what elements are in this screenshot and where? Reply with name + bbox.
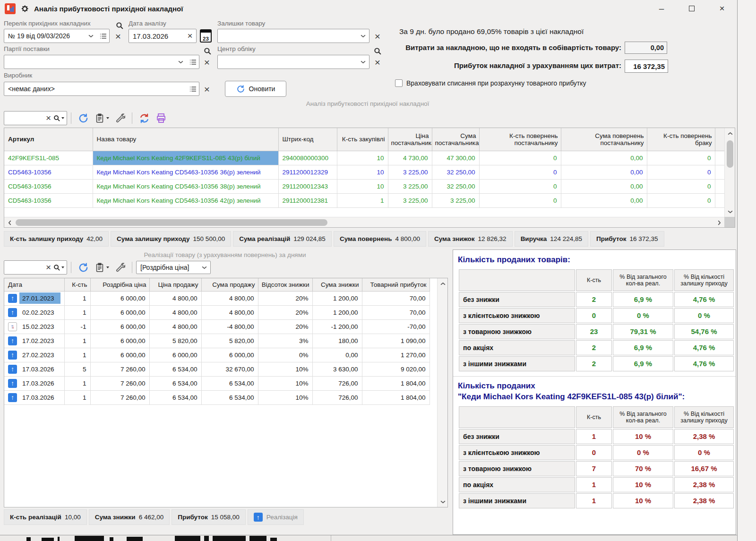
clear-stock-icon[interactable]: ×	[372, 31, 383, 41]
cell-purchase-qty: 10	[337, 151, 388, 165]
calendar-button[interactable]: 23	[200, 29, 212, 43]
manufacturer-list-icon[interactable]	[187, 82, 199, 95]
cell-qty: 1	[64, 291, 90, 305]
main-table-vscrollbar[interactable]	[724, 128, 735, 217]
col-supplier-price[interactable]: Ціна постачальника	[388, 128, 432, 151]
cell-profit: 1 804,00	[362, 376, 430, 390]
cell-profit: 1 090,00	[362, 334, 430, 348]
clear-center-icon[interactable]: ×	[372, 57, 383, 67]
analysis-date-input[interactable]: 17.03.2026 ×	[129, 29, 197, 43]
breakdown-row: без знижки 1 10 % 2,38 %	[459, 429, 734, 444]
col-profit[interactable]: Товарний прибуток	[362, 278, 430, 291]
sales-row[interactable]: 17.02.2023 1 6 000,00 5 820,00 5 820,00 …	[4, 334, 430, 348]
col-qty[interactable]: К-сть	[64, 278, 90, 291]
refresh-data-button[interactable]	[136, 113, 153, 124]
col-return-qty[interactable]: К-сть повернень постачальнику	[479, 128, 561, 151]
refresh-grid-button[interactable]	[75, 262, 92, 273]
settings-button[interactable]	[112, 262, 128, 273]
report-button[interactable]	[92, 262, 112, 273]
scroll-down-icon[interactable]	[438, 498, 448, 506]
sales-row[interactable]: 17.03.2026 5 7 260,00 6 534,00 32 670,00…	[4, 362, 430, 376]
col-discount-pct[interactable]: Відсоток знижки	[258, 278, 312, 291]
col-article[interactable]: Артикул	[4, 128, 93, 151]
col-barcode[interactable]: Штрих-код	[278, 128, 337, 151]
clear-invoice-icon[interactable]: ×	[113, 31, 123, 41]
invoice-search-icon[interactable]	[115, 21, 124, 30]
col-sale-price[interactable]: Ціна продажу	[149, 278, 201, 291]
search-options-icon[interactable]	[52, 115, 67, 122]
cell-profit: -70,00	[362, 319, 430, 334]
col-return-sum[interactable]: Сума повернень постачальнику	[561, 128, 647, 151]
writeoff-checkbox[interactable]	[395, 79, 403, 87]
cell-qty: 1	[64, 348, 90, 362]
scroll-up-icon[interactable]	[438, 279, 448, 288]
print-button[interactable]	[153, 112, 170, 124]
cell-label: з товарною знижкою	[459, 324, 575, 339]
invoice-list-combobox[interactable]: № 19 від 09/03/2026	[4, 29, 110, 43]
refresh-button[interactable]: Оновити	[225, 81, 286, 97]
clear-batch-icon[interactable]: ×	[202, 57, 212, 67]
col-sale-sum[interactable]: Сума продажу	[201, 278, 258, 291]
search-options-icon[interactable]	[52, 264, 67, 271]
cell-pct-real: 6,9 %	[613, 356, 673, 371]
sales-row[interactable]: 17.03.2026 1 7 260,00 6 534,00 6 534,00 …	[4, 376, 430, 390]
table-row[interactable]: CD5463-10356 Кеди Michael Kors Keating C…	[4, 179, 724, 193]
clear-search-icon[interactable]: ×	[44, 262, 52, 273]
scroll-up-icon[interactable]	[725, 129, 735, 137]
table-row[interactable]: CD5463-10356 Кеди Michael Kors Keating C…	[4, 193, 724, 207]
chevron-down-icon[interactable]	[85, 29, 97, 43]
table-row[interactable]: CD5463-10356 Кеди Michael Kors Keating C…	[4, 165, 724, 179]
hscroll-thumb[interactable]	[16, 219, 327, 226]
cell-purchase-qty: 10	[337, 179, 388, 193]
sales-search-input[interactable]	[4, 261, 44, 274]
scroll-right-icon[interactable]	[715, 217, 723, 228]
main-search-input[interactable]	[4, 112, 44, 125]
col-product-name[interactable]: Назва товару	[93, 128, 278, 151]
stock-combobox[interactable]	[217, 29, 369, 43]
col-retail-price[interactable]: Роздрібна ціна	[90, 278, 149, 291]
col-defect-qty[interactable]: К-сть повернень браку	[647, 128, 715, 151]
settings-button[interactable]	[112, 113, 128, 123]
chevron-down-icon[interactable]	[174, 55, 187, 69]
vscroll-thumb[interactable]	[727, 140, 733, 168]
col-purchase-qty[interactable]: К-сть закупівлі	[337, 128, 388, 151]
clear-search-icon[interactable]: ×	[44, 113, 52, 123]
report-button[interactable]	[92, 113, 112, 124]
chevron-down-icon[interactable]	[357, 55, 369, 69]
gear-icon[interactable]	[20, 4, 29, 13]
sales-row[interactable]: 27.02.2023 1 6 000,00 6 000,00 6 000,00 …	[4, 348, 430, 362]
scroll-left-icon[interactable]	[5, 217, 14, 228]
clear-manufacturer-icon[interactable]: ×	[202, 84, 212, 94]
sales-row[interactable]: 17.03.2026 1 7 260,00 6 534,00 6 534,00 …	[4, 390, 430, 404]
col-date[interactable]: Дата	[4, 278, 64, 291]
col-supplier-sum[interactable]: Сума постачальника	[432, 128, 479, 151]
cell-date: 17.02.2023	[4, 334, 64, 348]
center-combobox[interactable]	[217, 55, 369, 69]
chevron-down-icon[interactable]	[357, 29, 369, 43]
maximize-button[interactable]	[677, 0, 707, 17]
expenses-input[interactable]: 0,00	[625, 42, 667, 54]
manufacturer-combobox[interactable]: <немає даних>	[4, 82, 199, 96]
invoice-list-icon[interactable]	[97, 29, 109, 43]
batch-combobox[interactable]	[4, 55, 199, 69]
sales-row[interactable]: 15.02.2023 -1 6 000,00 4 800,00 -4 800,0…	[4, 319, 430, 334]
status-segment: Сума знижок12 826,32	[428, 231, 513, 247]
col-discount-sum[interactable]: Сума знижки	[312, 278, 362, 291]
close-button[interactable]: ×	[707, 0, 737, 17]
price-type-select[interactable]: [Роздрібна ціна]	[136, 261, 211, 274]
minimize-button[interactable]: –	[646, 0, 677, 17]
cell-barcode: 2911200012329	[278, 165, 337, 179]
sales-vscrollbar[interactable]	[437, 278, 447, 507]
sales-row[interactable]: 02.02.2023 1 6 000,00 4 800,00 4 800,00 …	[4, 305, 430, 319]
refresh-grid-button[interactable]	[75, 113, 92, 124]
sales-row[interactable]: 27.01.2023 1 6 000,00 4 800,00 4 800,00 …	[4, 291, 430, 305]
main-table-hscrollbar[interactable]	[4, 217, 724, 227]
cell-pct-stock: 4,76 %	[674, 356, 734, 371]
breakdown-item-title: Кількість проданих "Кеди Michael Kors Ke…	[458, 381, 731, 403]
batch-list-icon[interactable]	[187, 55, 199, 69]
batch-search-icon[interactable]	[203, 46, 212, 56]
table-row[interactable]: 42F9KEFS1L-085 Кеди Michael Kors Keating…	[4, 151, 724, 165]
center-search-icon[interactable]	[373, 46, 382, 56]
clear-date-icon[interactable]: ×	[184, 29, 196, 43]
scroll-down-icon[interactable]	[725, 207, 735, 216]
